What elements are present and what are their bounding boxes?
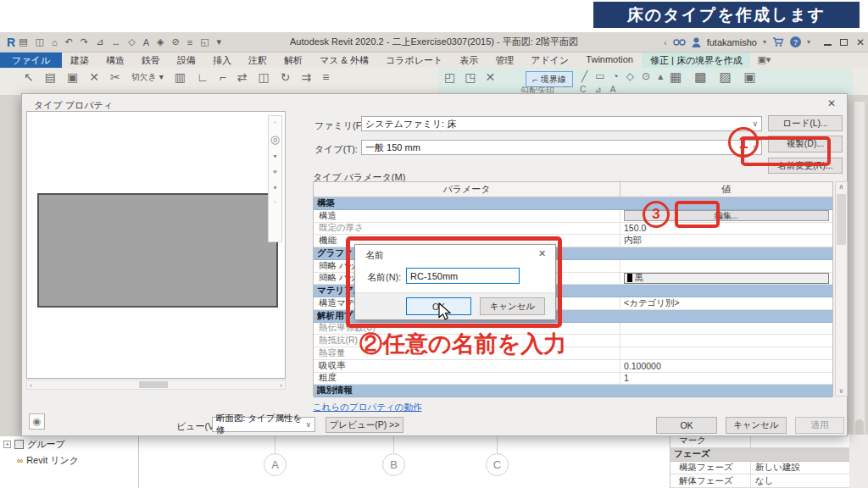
parameter-column-header[interactable]: パラメータ: [314, 182, 620, 197]
type-combo[interactable]: 一般 150 mm∨: [361, 140, 762, 155]
redo-icon[interactable]: ↷: [81, 36, 88, 47]
preview-pane[interactable]: ◦ ◎ ▾ ⌖ ▾ ◦: [26, 111, 286, 379]
properties-icon[interactable]: ▤: [45, 70, 56, 84]
param-row-2[interactable]: 既定の厚さ150.0: [314, 223, 832, 236]
param-value[interactable]: <カテゴリ別>: [620, 297, 832, 309]
param-value[interactable]: [620, 260, 832, 272]
table-icon[interactable]: ▩: [694, 69, 706, 85]
move-icon[interactable]: ⇄: [237, 70, 248, 84]
help-caret-icon[interactable]: ▾: [807, 38, 810, 46]
scroll-down-icon[interactable]: ∨: [836, 387, 847, 395]
param-row-1[interactable]: 構造編集...: [314, 210, 832, 223]
param-section-0[interactable]: 構築: [314, 197, 832, 210]
help-icon[interactable]: ?: [790, 36, 801, 47]
wheel-caret-icon[interactable]: ▾: [273, 152, 276, 160]
param-section-15[interactable]: 識別情報: [314, 385, 832, 397]
view-combo[interactable]: 断面図: タイプ属性を修∨: [212, 417, 315, 432]
minimize-button[interactable]: [824, 44, 832, 46]
param-value[interactable]: [620, 323, 832, 335]
grid-bubble-A[interactable]: A: [264, 453, 287, 476]
rotate-icon[interactable]: ↻: [281, 70, 291, 84]
ribbon-tab-2[interactable]: 構造: [97, 53, 133, 68]
dimension-icon[interactable]: ↔: [111, 37, 120, 47]
grid-icon[interactable]: ▦: [670, 69, 682, 85]
arc-tool-icon[interactable]: ◔: [613, 70, 619, 82]
right-scrollbar-track[interactable]: [854, 102, 865, 474]
properties-row-value[interactable]: [751, 435, 849, 447]
align-icon[interactable]: ≡: [322, 70, 329, 84]
text-icon[interactable]: A: [143, 37, 149, 47]
properties-row-3[interactable]: 解体フェーズなし: [670, 474, 849, 488]
browser-item-0[interactable]: +グループ: [3, 438, 79, 451]
close-window-button[interactable]: ✕: [856, 36, 865, 48]
account-icon[interactable]: [692, 37, 701, 47]
steering-wheel-icon[interactable]: ◎: [270, 133, 280, 146]
load-button[interactable]: ロード(L)...: [768, 115, 843, 131]
ribbon-tab-10[interactable]: 表示: [451, 53, 487, 68]
table-vscroll-thumb[interactable]: [837, 194, 846, 245]
3d-view-icon[interactable]: ◈: [157, 36, 164, 47]
cope-icon[interactable]: ∟: [197, 70, 209, 84]
properties-behavior-link[interactable]: これらのプロパティの動作: [313, 402, 421, 413]
name-cancel-button[interactable]: キャンセル: [480, 297, 545, 315]
cart-icon[interactable]: [772, 37, 784, 47]
param-value[interactable]: 内部: [620, 235, 832, 247]
open-icon[interactable]: ▤: [19, 36, 27, 47]
expand-icon[interactable]: +: [3, 441, 11, 448]
circle-tool-icon[interactable]: ⊙: [642, 70, 650, 82]
param-row-13[interactable]: 吸収率0.100000: [314, 360, 832, 373]
ribbon-tab-11[interactable]: 管理: [487, 53, 522, 68]
spinner-icon[interactable]: ▴: [658, 70, 663, 82]
ribbon-tab-3[interactable]: 鉄骨: [133, 53, 169, 68]
polygon-tool-icon[interactable]: ◇: [626, 70, 634, 82]
undo-icon[interactable]: ↶: [65, 36, 73, 47]
restore-button[interactable]: [840, 39, 848, 46]
table-vscrollbar[interactable]: ∧ ∨: [835, 181, 848, 396]
duplicate-button[interactable]: 複製(D)...: [768, 136, 843, 152]
void-cube-icon[interactable]: ◳: [465, 70, 476, 84]
color-value-cell[interactable]: 黒: [624, 273, 829, 284]
ribbon-tab-13[interactable]: Twinmotion: [577, 53, 642, 68]
param-row-14[interactable]: 粗度1: [314, 373, 832, 385]
cube-icon[interactable]: ◰: [444, 70, 455, 84]
phase-section-header[interactable]: フェーズ: [670, 448, 849, 462]
scroll-right-icon[interactable]: ›: [280, 381, 282, 390]
ok-button[interactable]: OK: [656, 417, 717, 434]
ribbon-tab-modify-contextual[interactable]: 修正 | 床の境界を作成: [642, 53, 751, 68]
search-icon[interactable]: [673, 38, 686, 47]
browser-item-1[interactable]: ∞Revit リンク: [3, 454, 79, 467]
value-column-header[interactable]: 値: [620, 182, 832, 197]
save-icon[interactable]: ◫: [36, 36, 44, 47]
param-value[interactable]: [620, 335, 832, 347]
ribbon-tab-4[interactable]: 設備: [169, 53, 204, 68]
switch-windows-icon[interactable]: ◱: [200, 36, 209, 47]
ribbon-tab-5[interactable]: 挿入: [204, 53, 240, 68]
properties-row-value[interactable]: なし: [751, 474, 849, 487]
param-value[interactable]: 黒: [620, 273, 832, 285]
ribbon-tab-9[interactable]: コラボレート: [377, 53, 451, 68]
thin-lines-icon[interactable]: ≡: [187, 37, 192, 47]
ribbon-tab-12[interactable]: アドイン: [522, 53, 577, 68]
revit-logo-icon[interactable]: R: [7, 36, 15, 49]
cut-profile-icon[interactable]: ✂: [110, 70, 120, 84]
properties-scroll-area[interactable]: [849, 435, 868, 488]
properties-row-2[interactable]: 構築フェーズ新しい建設: [670, 462, 849, 475]
param-value[interactable]: [620, 347, 832, 359]
measure-icon[interactable]: ⊿: [96, 36, 103, 47]
modify-options-icon[interactable]: ▣▾: [750, 53, 777, 68]
dialog-close-icon[interactable]: ✕: [824, 97, 839, 109]
ribbon-tab-6[interactable]: 注釈: [240, 53, 275, 68]
cancel-button[interactable]: キャンセル: [726, 417, 787, 434]
rename-button[interactable]: 名前変更(R)...: [768, 158, 843, 174]
ribbon-tab-file[interactable]: ファイル: [0, 53, 62, 68]
name-dialog-close-icon[interactable]: ✕: [538, 248, 546, 259]
paste-icon[interactable]: ▣: [67, 70, 78, 84]
properties-row-0[interactable]: マーク: [670, 435, 849, 448]
nav-pin-icon[interactable]: ◦: [274, 119, 276, 126]
ribbon-tab-7[interactable]: 解析: [275, 53, 311, 68]
preview-hscroll-thumb[interactable]: [139, 381, 168, 388]
family-combo[interactable]: システムファミリ: 床∨: [361, 116, 762, 131]
grid-bubble-B[interactable]: B: [382, 453, 405, 476]
offset-icon[interactable]: ⇉: [302, 70, 312, 84]
properties-row-value[interactable]: 新しい建設: [751, 462, 849, 474]
